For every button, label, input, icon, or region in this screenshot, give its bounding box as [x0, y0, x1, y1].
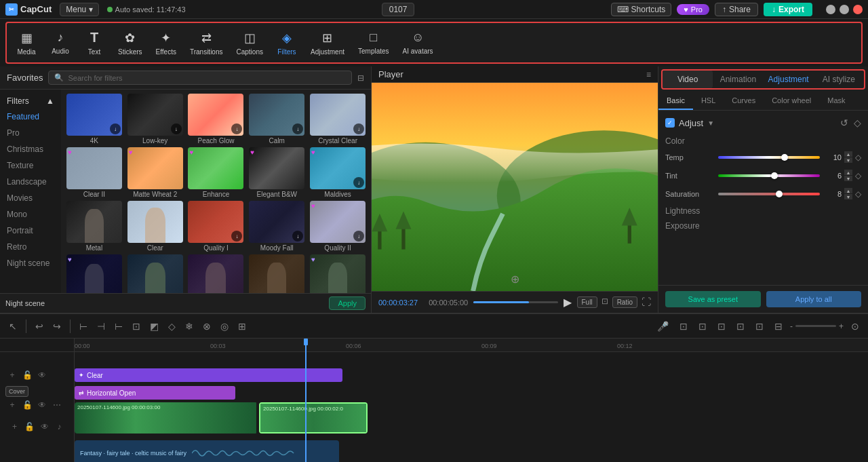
zoom-slider[interactable]	[795, 325, 836, 327]
filter-night5[interactable]: ♥	[309, 254, 367, 293]
sat-thumb[interactable]	[776, 191, 783, 197]
share-button[interactable]: ↑ Share	[715, 3, 758, 16]
undo-button[interactable]: ↩	[32, 319, 47, 334]
tint-slider-track[interactable]	[718, 174, 820, 177]
more-video-button[interactable]: ⋯	[50, 398, 64, 412]
add-track-button[interactable]: +	[5, 368, 19, 382]
category-portrait[interactable]: Portrait	[0, 223, 61, 239]
tab-adjustment[interactable]: Adjustment	[764, 71, 814, 88]
tl-settings-icon[interactable]: ⊙	[848, 319, 863, 334]
pro-button[interactable]: ♥ Pro	[677, 4, 709, 15]
minimize-button[interactable]	[826, 5, 835, 14]
category-retro[interactable]: Retro	[0, 239, 61, 255]
adj-tab-hsl[interactable]: HSL	[693, 92, 724, 110]
category-christmas[interactable]: Christmas	[0, 141, 61, 157]
apply-filter-button[interactable]: Apply	[329, 296, 366, 310]
filter-quality1[interactable]: ↓ Quality I	[187, 201, 245, 252]
filter-clear2[interactable]: ♥ Clear II	[65, 147, 123, 198]
filter-quality2[interactable]: ♥ ↓ Quality II	[309, 201, 367, 252]
player-menu-icon[interactable]: ≡	[646, 70, 651, 79]
sat-up[interactable]: ▲	[844, 188, 852, 193]
align-left-button[interactable]: ⊣	[94, 319, 108, 334]
filter-peach-glow[interactable]: ↓ Peach Glow	[187, 94, 245, 145]
toolbar-adjustment[interactable]: ⊞ Adjustment	[304, 26, 351, 60]
menu-button[interactable]: Menu ▾	[60, 3, 98, 16]
tab-ai-stylize[interactable]: AI stylize	[814, 71, 864, 88]
lock-audio-button[interactable]: 🔓	[23, 420, 37, 434]
clear-effect-track[interactable]: ✦ Clear	[75, 368, 342, 382]
timeline-playhead[interactable]	[305, 339, 307, 462]
filter-low-key[interactable]: ↓ Low-key	[126, 94, 184, 145]
add-video-button[interactable]: +	[5, 398, 19, 412]
crop2-button[interactable]: ⊞	[235, 319, 250, 334]
zoom-out-icon[interactable]: -	[790, 322, 793, 331]
filter-night1[interactable]: ♥	[65, 254, 123, 293]
freeze-button[interactable]: ❄	[182, 319, 197, 334]
adj-tab-mask[interactable]: Mask	[819, 92, 853, 110]
sat-slider-track[interactable]	[718, 193, 820, 195]
full-button[interactable]: Full	[577, 296, 597, 308]
redo-button[interactable]: ↪	[50, 319, 64, 334]
toolbar-audio[interactable]: ♪ Audio	[43, 26, 77, 59]
shortcuts-button[interactable]: ⌨ Shortcuts	[611, 3, 672, 16]
delete-button[interactable]: ⊡	[129, 319, 144, 334]
tl-icon4[interactable]: ⊡	[733, 319, 748, 334]
tint-thumb[interactable]	[771, 172, 778, 179]
playhead-marker[interactable]	[304, 339, 308, 345]
play-button[interactable]: ▶	[564, 296, 572, 309]
select-tool-button[interactable]: ↖	[5, 319, 20, 334]
toolbar-templates[interactable]: □ Templates	[351, 26, 396, 59]
color-button[interactable]: ◎	[217, 319, 232, 334]
adjust-checkbox[interactable]: ✓	[665, 118, 675, 128]
tint-down[interactable]: ▼	[844, 176, 852, 181]
tl-icon1[interactable]: ⊡	[676, 319, 691, 334]
keyframe-button[interactable]: ◇	[165, 319, 179, 334]
save-preset-button[interactable]: Save as preset	[665, 291, 761, 307]
video-segment-1[interactable]: 20250107-114600.jpg 00:00:03:00	[75, 402, 258, 434]
copy-icon[interactable]: ◇	[854, 117, 861, 128]
audio-track[interactable]: Fantasy · fairy tale · celtic music of f…	[75, 440, 339, 462]
filter-search-bar[interactable]: 🔍 Search for filters	[48, 71, 352, 85]
filter-night2[interactable]	[126, 254, 184, 293]
filter-moody-fall[interactable]: ↓ Moody Fall	[248, 201, 306, 252]
adj-tab-curves[interactable]: Curves	[724, 92, 764, 110]
temp-reset-icon[interactable]: ◇	[855, 153, 861, 162]
adj-tab-basic[interactable]: Basic	[658, 92, 693, 110]
lock-track-button[interactable]: 🔓	[20, 368, 34, 382]
lock-video-button[interactable]: 🔓	[20, 398, 34, 412]
tint-reset-icon[interactable]: ◇	[855, 171, 861, 180]
playback-bar[interactable]	[473, 301, 557, 303]
filter-sort-icon[interactable]: ⊟	[357, 73, 364, 83]
vol-audio-button[interactable]: ♪	[53, 420, 66, 434]
filter-4k[interactable]: ↓ 4K	[65, 94, 123, 145]
mirror-button[interactable]: ⊗	[199, 319, 214, 334]
add-audio-button[interactable]: +	[8, 420, 22, 434]
sat-down[interactable]: ▼	[844, 194, 852, 199]
filter-night3[interactable]	[187, 254, 245, 293]
align-right-button[interactable]: ⊢	[111, 319, 126, 334]
category-mono[interactable]: Mono	[0, 206, 61, 223]
tint-up[interactable]: ▲	[844, 170, 852, 175]
toolbar-captions[interactable]: ◫ Captions	[230, 26, 270, 60]
filter-clear[interactable]: Clear	[126, 201, 184, 252]
filter-maldives[interactable]: ♥ ↓ Maldives	[309, 147, 367, 198]
eye-video-button[interactable]: 👁	[35, 398, 49, 412]
maximize-button[interactable]	[840, 5, 849, 14]
tl-icon6[interactable]: ⊟	[771, 319, 786, 334]
toolbar-media[interactable]: ▦ Media	[9, 26, 43, 60]
category-movies[interactable]: Movies	[0, 190, 61, 206]
category-featured[interactable]: Featured	[0, 109, 61, 125]
temp-stepper[interactable]: ▲ ▼	[844, 151, 852, 163]
horizontal-open-track[interactable]: ⇄ Horizontal Open	[75, 386, 235, 400]
crop-button[interactable]: ◩	[146, 319, 162, 334]
split-button[interactable]: ⊢	[76, 319, 91, 334]
tl-icon5[interactable]: ⊡	[752, 319, 767, 334]
filter-crystal-clear[interactable]: ↓ Crystal Clear	[309, 94, 367, 145]
eye-audio-button[interactable]: 👁	[38, 420, 52, 434]
export-button[interactable]: ↓ Export	[764, 3, 812, 16]
temp-down[interactable]: ▼	[844, 157, 852, 163]
category-texture[interactable]: Texture	[0, 157, 61, 174]
temp-slider-track[interactable]	[718, 156, 820, 159]
video-segment-2[interactable]: 20250107-114600.jpg 00:00:02:0	[259, 402, 368, 434]
toolbar-effects[interactable]: ✦ Effects	[149, 26, 183, 60]
